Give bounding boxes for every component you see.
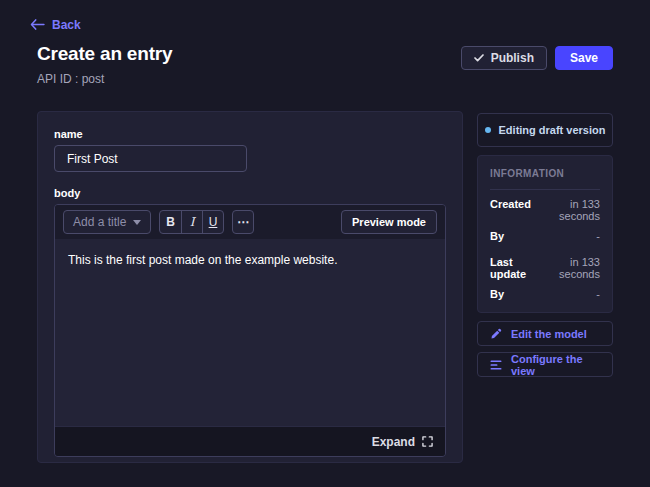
content-area: name body Add a title B I U xyxy=(0,86,650,463)
header-actions: Publish Save xyxy=(461,46,613,70)
info-row-last-update: Last update in 133 seconds xyxy=(490,256,600,280)
editor-toolbar: Add a title B I U ⋯ Preview mode xyxy=(55,205,445,239)
more-options-button[interactable]: ⋯ xyxy=(232,210,254,234)
sidebar: Editing draft version INFORMATION Create… xyxy=(477,113,613,383)
back-label: Back xyxy=(52,18,81,32)
info-row-created: Created in 133 seconds xyxy=(490,198,600,222)
layout-lines-icon xyxy=(490,359,502,371)
topbar: Back Create an entry API ID : post Publi… xyxy=(0,0,650,86)
expand-icon xyxy=(422,436,433,447)
editor-footer: Expand xyxy=(55,426,445,456)
entry-form-card: name body Add a title B I U xyxy=(37,111,463,463)
name-field: name xyxy=(54,128,446,172)
rich-text-editor: Add a title B I U ⋯ Preview mode xyxy=(54,204,446,457)
preview-mode-label: Preview mode xyxy=(352,216,426,228)
preview-mode-button[interactable]: Preview mode xyxy=(341,210,437,234)
title-style-select-value: Add a title xyxy=(73,215,126,229)
info-row-updated-by: By - xyxy=(490,288,600,300)
info-row-value: - xyxy=(596,288,600,300)
information-panel: INFORMATION Created in 133 seconds By - … xyxy=(477,155,613,313)
header-row: Create an entry API ID : post Publish Sa… xyxy=(30,43,613,86)
divider xyxy=(490,189,600,190)
save-label: Save xyxy=(570,51,598,65)
format-button-group: B I U xyxy=(159,210,224,234)
info-row-label: By xyxy=(490,230,504,242)
back-link[interactable]: Back xyxy=(30,18,81,32)
info-row-label: Last update xyxy=(490,256,540,280)
arrow-left-icon xyxy=(30,19,45,30)
edit-model-button[interactable]: Edit the model xyxy=(477,321,613,346)
name-input[interactable] xyxy=(54,145,247,172)
info-row-created-by: By - xyxy=(490,230,600,242)
info-row-value: in 133 seconds xyxy=(540,256,600,280)
chevron-down-icon xyxy=(133,220,141,225)
pencil-icon xyxy=(490,328,502,340)
title-style-select[interactable]: Add a title xyxy=(63,210,151,234)
draft-dot-icon xyxy=(485,127,491,133)
body-field-label: body xyxy=(54,187,446,199)
italic-button[interactable]: I xyxy=(181,211,202,233)
underline-button[interactable]: U xyxy=(202,211,223,233)
publish-button[interactable]: Publish xyxy=(461,46,547,70)
info-row-label: By xyxy=(490,288,504,300)
save-button[interactable]: Save xyxy=(555,46,613,70)
name-field-label: name xyxy=(54,128,446,140)
editor-content[interactable]: This is the first post made on the examp… xyxy=(55,239,445,426)
info-row-label: Created xyxy=(490,198,531,210)
info-row-value: in 133 seconds xyxy=(531,198,600,222)
api-id-label: API ID : post xyxy=(37,72,172,86)
draft-status-box: Editing draft version xyxy=(477,113,613,147)
bold-button[interactable]: B xyxy=(160,211,181,233)
ellipsis-icon: ⋯ xyxy=(237,215,249,229)
expand-label: Expand xyxy=(372,435,415,449)
info-row-value: - xyxy=(596,230,600,242)
configure-view-button[interactable]: Configure the view xyxy=(477,352,613,377)
page-title: Create an entry xyxy=(37,43,172,65)
edit-model-label: Edit the model xyxy=(511,328,587,340)
expand-button[interactable]: Expand xyxy=(372,435,433,449)
body-field: body Add a title B I U ⋯ xyxy=(54,187,446,457)
check-icon xyxy=(474,54,484,62)
title-block: Create an entry API ID : post xyxy=(37,43,172,86)
configure-view-label: Configure the view xyxy=(511,353,600,377)
editor-paragraph: This is the first post made on the examp… xyxy=(68,253,432,267)
information-title: INFORMATION xyxy=(490,168,600,179)
publish-label: Publish xyxy=(491,51,534,65)
draft-status-label: Editing draft version xyxy=(499,124,606,136)
